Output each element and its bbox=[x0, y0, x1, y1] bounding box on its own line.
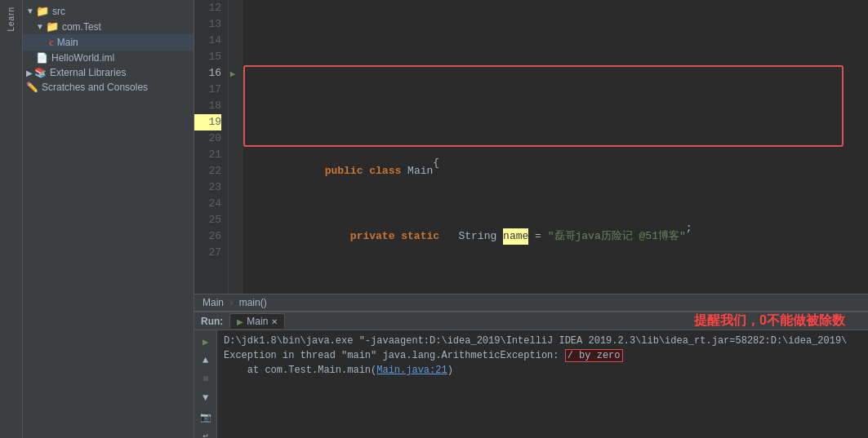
ln-27: 27 bbox=[194, 245, 221, 261]
gutter-21 bbox=[229, 147, 243, 163]
expand-arrow-extlibs bbox=[26, 69, 33, 77]
run-tab-icon: ▶ bbox=[237, 317, 243, 326]
gutter-13 bbox=[229, 16, 243, 33]
run-annotation: 提醒我们，0不能做被除数 bbox=[694, 312, 845, 330]
code-wrapper: 12 13 14 15 16 17 18 19 20 21 22 23 24 2… bbox=[194, 0, 868, 294]
run-label: Run: bbox=[201, 316, 223, 327]
sidebar-item-helloworld[interactable]: 📄 HelloWorld.iml bbox=[23, 51, 194, 65]
code-line-14: private static String name = "磊哥java历险记 … bbox=[248, 228, 868, 245]
run-tab-label: Main bbox=[247, 316, 268, 327]
gutter-17 bbox=[229, 82, 243, 98]
sidebar-item-main[interactable]: c Main bbox=[23, 34, 194, 51]
run-play-btn[interactable]: ▶ bbox=[198, 334, 214, 350]
gutter-23 bbox=[229, 179, 243, 196]
gutter-15 bbox=[229, 49, 243, 65]
console-line-3: at com.Test.Main.main(Main.java:21) bbox=[224, 363, 861, 378]
ln-15: 15 bbox=[194, 49, 221, 65]
breadcrumb-sep: › bbox=[227, 297, 236, 308]
ln-23: 23 bbox=[194, 179, 221, 196]
camera-btn[interactable]: 📷 bbox=[198, 409, 214, 425]
rerun-btn[interactable]: ↩ bbox=[198, 427, 214, 438]
java-icon-main: c bbox=[49, 36, 54, 49]
lib-icon: 📚 bbox=[34, 67, 47, 78]
ln-14: 14 bbox=[194, 33, 221, 49]
gutter-16[interactable]: ▶ bbox=[229, 65, 243, 82]
console-stack-prefix: at com.Test.Main.main( bbox=[224, 365, 376, 376]
ln-18: 18 bbox=[194, 98, 221, 114]
stop-btn[interactable]: ■ bbox=[198, 371, 214, 387]
console-text-area: D:\jdk1.8\bin\java.exe "-javaagent:D:\id… bbox=[217, 330, 868, 438]
run-tab-bar: Run: ▶ Main ✕ 提醒我们，0不能做被除数 bbox=[194, 312, 868, 330]
editor-gutter: ▶ bbox=[229, 0, 243, 294]
editor-area: 12 13 14 15 16 17 18 19 20 21 22 23 24 2… bbox=[194, 0, 868, 438]
gutter-18 bbox=[229, 98, 243, 114]
sidebar-label-helloworld: HelloWorld.iml bbox=[51, 52, 114, 64]
iml-icon: 📄 bbox=[36, 52, 48, 64]
ln-20: 20 bbox=[194, 131, 221, 147]
expand-arrow-comtest bbox=[36, 22, 44, 31]
run-icon-16[interactable]: ▶ bbox=[230, 69, 236, 79]
sidebar-label-main: Main bbox=[57, 37, 78, 48]
scroll-up-btn[interactable]: ▲ bbox=[198, 352, 214, 369]
breadcrumb-main: Main bbox=[203, 297, 224, 308]
gutter-20 bbox=[229, 131, 243, 147]
gutter-14 bbox=[229, 33, 243, 49]
ln-21: 21 bbox=[194, 147, 221, 163]
breadcrumb-method: main() bbox=[239, 297, 267, 308]
console-output: ▶ ▲ ■ ▼ 📷 ↩ D:\jdk1.8\bin\java.exe "-jav… bbox=[194, 330, 868, 438]
code-line-12 bbox=[248, 98, 868, 114]
breadcrumb: Main › main() bbox=[194, 294, 868, 312]
sidebar-label-src: src bbox=[52, 6, 65, 17]
ln-19: 19 bbox=[194, 114, 221, 131]
folder-icon-comtest: 📁 bbox=[46, 20, 59, 33]
gutter-27 bbox=[229, 245, 243, 261]
scratch-icon: ✏️ bbox=[26, 82, 38, 93]
sidebar-label-extlibs: External Libraries bbox=[50, 67, 126, 78]
sidebar-item-extlibs[interactable]: 📚 External Libraries bbox=[23, 65, 194, 80]
run-tab-close-icon[interactable]: ✕ bbox=[271, 317, 278, 326]
bottom-panel: Run: ▶ Main ✕ 提醒我们，0不能做被除数 ▶ ▲ ■ ▼ bbox=[194, 312, 868, 438]
gutter-22 bbox=[229, 163, 243, 179]
gutter-12 bbox=[229, 0, 243, 16]
error-highlight: / by zero bbox=[565, 349, 623, 362]
code-editor[interactable]: public class Main{ private static String… bbox=[243, 0, 868, 294]
ln-22: 22 bbox=[194, 163, 221, 179]
sidebar-item-comtest[interactable]: 📁 com.Test bbox=[23, 19, 194, 34]
gutter-19 bbox=[229, 114, 243, 131]
folder-icon-src: 📁 bbox=[36, 5, 49, 17]
console-line-1: D:\jdk1.8\bin\java.exe "-javaagent:D:\id… bbox=[224, 334, 861, 348]
ln-16: 16 bbox=[194, 65, 221, 82]
ln-24: 24 bbox=[194, 196, 221, 212]
ln-12: 12 bbox=[194, 0, 221, 16]
run-tab-main[interactable]: ▶ Main ✕ bbox=[229, 313, 285, 329]
console-stack-suffix: ) bbox=[447, 365, 453, 376]
ln-17: 17 bbox=[194, 82, 221, 98]
sidebar-item-scratches[interactable]: ✏️ Scratches and Consoles bbox=[23, 80, 194, 95]
line-numbers: 12 13 14 15 16 17 18 19 20 21 22 23 24 2… bbox=[194, 0, 229, 294]
console-toolbar: ▶ ▲ ■ ▼ 📷 ↩ bbox=[194, 330, 217, 438]
console-line-2: Exception in thread "main" java.lang.Ari… bbox=[224, 348, 861, 363]
gutter-25 bbox=[229, 212, 243, 228]
scroll-down-btn[interactable]: ▼ bbox=[198, 390, 214, 406]
console-stack-link[interactable]: Main.java:21 bbox=[376, 365, 447, 376]
sidebar-label-comtest: com.Test bbox=[62, 21, 101, 33]
ln-13: 13 bbox=[194, 16, 221, 33]
gutter-24 bbox=[229, 196, 243, 212]
gutter-26 bbox=[229, 228, 243, 245]
sidebar-item-src[interactable]: 📁 src bbox=[23, 3, 194, 19]
expand-arrow-src bbox=[26, 7, 34, 15]
project-sidebar: 📁 src 📁 com.Test c Main 📄 HelloWorld.iml… bbox=[23, 0, 194, 438]
ln-26: 26 bbox=[194, 228, 221, 245]
sidebar-label-scratches: Scratches and Consoles bbox=[42, 82, 148, 93]
debug-dot-16 bbox=[235, 70, 242, 77]
learn-label: Learn bbox=[7, 7, 16, 32]
code-line-13: public class Main{ bbox=[248, 163, 868, 179]
ln-25: 25 bbox=[194, 212, 221, 228]
